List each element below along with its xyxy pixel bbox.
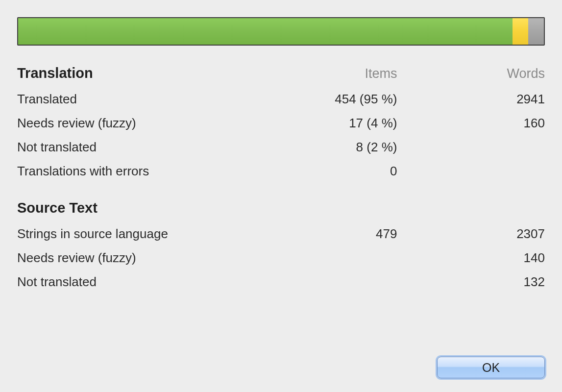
row-items: 17 (4 %) <box>292 116 397 131</box>
row-words: 2307 <box>397 226 545 242</box>
row-items: 0 <box>292 164 397 179</box>
row-label: Needs review (fuzzy) <box>17 116 292 131</box>
progress-segment-untranslated <box>528 18 544 45</box>
row-source-not-translated: Not translated 132 <box>17 270 545 294</box>
row-errors: Translations with errors 0 <box>17 159 545 183</box>
row-label: Needs review (fuzzy) <box>17 250 292 266</box>
translation-section-header: Translation Items Words <box>17 65 545 81</box>
row-label: Not translated <box>17 274 292 290</box>
progress-segment-fuzzy <box>513 18 528 45</box>
row-not-translated: Not translated 8 (2 %) <box>17 135 545 159</box>
row-items: 8 (2 %) <box>292 140 397 155</box>
words-column-header: Words <box>397 66 545 81</box>
row-label: Translated <box>17 92 292 107</box>
source-title: Source Text <box>17 200 292 216</box>
progress-bar <box>17 17 545 46</box>
progress-segment-translated <box>18 18 513 45</box>
source-section-header: Source Text <box>17 200 545 216</box>
ok-button[interactable]: OK <box>437 357 545 378</box>
row-items: 454 (95 %) <box>292 92 397 107</box>
row-items: 479 <box>292 226 397 242</box>
row-words: 2941 <box>397 92 545 107</box>
translation-title: Translation <box>17 65 292 81</box>
row-words: 132 <box>397 274 545 290</box>
row-label: Not translated <box>17 140 292 155</box>
row-source-strings: Strings in source language 479 2307 <box>17 222 545 246</box>
row-label: Translations with errors <box>17 164 292 179</box>
row-words: 160 <box>397 116 545 131</box>
row-words: 140 <box>397 250 545 266</box>
row-needs-review: Needs review (fuzzy) 17 (4 %) 160 <box>17 111 545 135</box>
row-label: Strings in source language <box>17 226 292 242</box>
row-translated: Translated 454 (95 %) 2941 <box>17 87 545 111</box>
items-column-header: Items <box>292 66 397 81</box>
row-source-fuzzy: Needs review (fuzzy) 140 <box>17 246 545 270</box>
